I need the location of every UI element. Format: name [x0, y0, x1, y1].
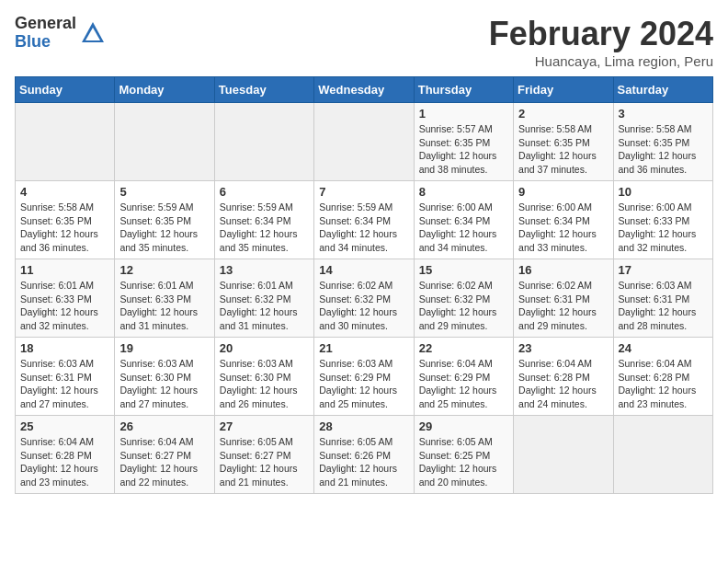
calendar-cell: 24Sunrise: 6:04 AMSunset: 6:28 PMDayligh… — [613, 338, 712, 416]
location: Huancaya, Lima region, Peru — [489, 53, 713, 69]
calendar-cell: 23Sunrise: 6:04 AMSunset: 6:28 PMDayligh… — [514, 338, 613, 416]
calendar-cell: 17Sunrise: 6:03 AMSunset: 6:31 PMDayligh… — [613, 259, 712, 338]
day-number: 14 — [319, 263, 408, 277]
day-number: 17 — [619, 263, 708, 277]
weekday-header-saturday: Saturday — [613, 77, 712, 103]
month-year: February 2024 — [489, 15, 713, 53]
calendar-cell — [115, 103, 214, 181]
day-info: Sunrise: 5:59 AMSunset: 6:34 PMDaylight:… — [319, 201, 408, 255]
day-number: 16 — [518, 263, 608, 277]
calendar-cell: 4Sunrise: 5:58 AMSunset: 6:35 PMDaylight… — [16, 181, 115, 259]
weekday-header-wednesday: Wednesday — [314, 77, 414, 103]
day-info: Sunrise: 6:05 AMSunset: 6:25 PMDaylight:… — [419, 435, 508, 489]
day-number: 5 — [119, 185, 209, 199]
calendar-cell: 26Sunrise: 6:04 AMSunset: 6:27 PMDayligh… — [115, 416, 214, 494]
day-number: 2 — [518, 107, 608, 121]
day-info: Sunrise: 6:02 AMSunset: 6:32 PMDaylight:… — [319, 279, 408, 333]
day-number: 25 — [20, 419, 109, 433]
calendar-cell: 8Sunrise: 6:00 AMSunset: 6:34 PMDaylight… — [414, 181, 513, 259]
calendar-cell: 21Sunrise: 6:03 AMSunset: 6:29 PMDayligh… — [314, 338, 414, 416]
day-info: Sunrise: 6:03 AMSunset: 6:29 PMDaylight:… — [319, 357, 408, 411]
calendar-cell: 5Sunrise: 5:59 AMSunset: 6:35 PMDaylight… — [115, 181, 214, 259]
day-info: Sunrise: 5:58 AMSunset: 6:35 PMDaylight:… — [20, 201, 109, 255]
day-info: Sunrise: 6:04 AMSunset: 6:29 PMDaylight:… — [419, 357, 508, 411]
day-number: 13 — [220, 263, 309, 277]
weekday-header-monday: Monday — [115, 77, 214, 103]
page-header: General Blue February 2024 Huancaya, Lim… — [15, 15, 713, 69]
day-info: Sunrise: 6:00 AMSunset: 6:34 PMDaylight:… — [518, 201, 608, 255]
calendar-cell — [514, 416, 613, 494]
calendar-cell — [314, 103, 414, 181]
calendar-cell: 13Sunrise: 6:01 AMSunset: 6:32 PMDayligh… — [214, 259, 313, 338]
day-number: 9 — [518, 185, 608, 199]
day-number: 10 — [619, 185, 708, 199]
weekday-header-thursday: Thursday — [414, 77, 513, 103]
day-info: Sunrise: 6:03 AMSunset: 6:31 PMDaylight:… — [20, 357, 109, 411]
day-number: 27 — [220, 419, 309, 433]
calendar-cell: 16Sunrise: 6:02 AMSunset: 6:31 PMDayligh… — [514, 259, 613, 338]
day-info: Sunrise: 6:04 AMSunset: 6:28 PMDaylight:… — [518, 357, 608, 411]
day-info: Sunrise: 5:58 AMSunset: 6:35 PMDaylight:… — [619, 122, 708, 177]
calendar-cell: 27Sunrise: 6:05 AMSunset: 6:27 PMDayligh… — [214, 416, 313, 494]
calendar-cell: 7Sunrise: 5:59 AMSunset: 6:34 PMDaylight… — [314, 181, 414, 259]
calendar-body: 1Sunrise: 5:57 AMSunset: 6:35 PMDaylight… — [16, 103, 713, 494]
day-number: 28 — [319, 419, 408, 433]
calendar-cell: 22Sunrise: 6:04 AMSunset: 6:29 PMDayligh… — [414, 338, 513, 416]
day-info: Sunrise: 6:02 AMSunset: 6:32 PMDaylight:… — [419, 279, 508, 333]
day-info: Sunrise: 6:00 AMSunset: 6:33 PMDaylight:… — [619, 201, 708, 255]
day-number: 8 — [419, 185, 508, 199]
day-info: Sunrise: 5:57 AMSunset: 6:35 PMDaylight:… — [419, 122, 508, 177]
calendar-cell — [16, 103, 115, 181]
day-number: 23 — [518, 341, 608, 355]
day-info: Sunrise: 6:03 AMSunset: 6:30 PMDaylight:… — [119, 357, 209, 411]
calendar-cell: 3Sunrise: 5:58 AMSunset: 6:35 PMDaylight… — [613, 103, 712, 181]
day-number: 26 — [119, 419, 209, 433]
weekday-header-tuesday: Tuesday — [214, 77, 313, 103]
day-info: Sunrise: 6:01 AMSunset: 6:33 PMDaylight:… — [119, 279, 209, 333]
logo-icon — [80, 20, 106, 46]
day-info: Sunrise: 6:01 AMSunset: 6:32 PMDaylight:… — [220, 279, 309, 333]
day-info: Sunrise: 5:59 AMSunset: 6:35 PMDaylight:… — [119, 201, 209, 255]
day-info: Sunrise: 6:01 AMSunset: 6:33 PMDaylight:… — [20, 279, 109, 333]
day-info: Sunrise: 6:03 AMSunset: 6:30 PMDaylight:… — [220, 357, 309, 411]
calendar-week-row: 11Sunrise: 6:01 AMSunset: 6:33 PMDayligh… — [16, 259, 713, 338]
calendar-cell: 19Sunrise: 6:03 AMSunset: 6:30 PMDayligh… — [115, 338, 214, 416]
calendar-week-row: 25Sunrise: 6:04 AMSunset: 6:28 PMDayligh… — [16, 416, 713, 494]
day-number: 19 — [119, 341, 209, 355]
title-block: February 2024 Huancaya, Lima region, Per… — [489, 15, 713, 69]
day-info: Sunrise: 6:03 AMSunset: 6:31 PMDaylight:… — [619, 279, 708, 333]
calendar-cell: 25Sunrise: 6:04 AMSunset: 6:28 PMDayligh… — [16, 416, 115, 494]
calendar-week-row: 18Sunrise: 6:03 AMSunset: 6:31 PMDayligh… — [16, 338, 713, 416]
day-info: Sunrise: 6:04 AMSunset: 6:28 PMDaylight:… — [20, 435, 109, 489]
day-number: 29 — [419, 419, 508, 433]
day-number: 24 — [619, 341, 708, 355]
day-info: Sunrise: 6:04 AMSunset: 6:28 PMDaylight:… — [619, 357, 708, 411]
day-number: 15 — [419, 263, 508, 277]
day-number: 21 — [319, 341, 408, 355]
day-number: 20 — [220, 341, 309, 355]
calendar-header: SundayMondayTuesdayWednesdayThursdayFrid… — [16, 77, 713, 103]
logo: General Blue — [15, 15, 106, 52]
calendar-cell: 9Sunrise: 6:00 AMSunset: 6:34 PMDaylight… — [514, 181, 613, 259]
weekday-header-row: SundayMondayTuesdayWednesdayThursdayFrid… — [16, 77, 713, 103]
calendar-cell: 1Sunrise: 5:57 AMSunset: 6:35 PMDaylight… — [414, 103, 513, 181]
day-info: Sunrise: 6:02 AMSunset: 6:31 PMDaylight:… — [518, 279, 608, 333]
weekday-header-sunday: Sunday — [16, 77, 115, 103]
day-info: Sunrise: 6:05 AMSunset: 6:27 PMDaylight:… — [220, 435, 309, 489]
calendar-cell — [214, 103, 313, 181]
calendar-cell: 11Sunrise: 6:01 AMSunset: 6:33 PMDayligh… — [16, 259, 115, 338]
calendar-cell — [613, 416, 712, 494]
calendar-cell: 15Sunrise: 6:02 AMSunset: 6:32 PMDayligh… — [414, 259, 513, 338]
day-info: Sunrise: 6:04 AMSunset: 6:27 PMDaylight:… — [119, 435, 209, 489]
day-number: 22 — [419, 341, 508, 355]
day-number: 7 — [319, 185, 408, 199]
day-number: 4 — [20, 185, 109, 199]
weekday-header-friday: Friday — [514, 77, 613, 103]
day-info: Sunrise: 6:00 AMSunset: 6:34 PMDaylight:… — [419, 201, 508, 255]
calendar-cell: 29Sunrise: 6:05 AMSunset: 6:25 PMDayligh… — [414, 416, 513, 494]
calendar-table: SundayMondayTuesdayWednesdayThursdayFrid… — [15, 76, 713, 494]
calendar-week-row: 4Sunrise: 5:58 AMSunset: 6:35 PMDaylight… — [16, 181, 713, 259]
calendar-cell: 12Sunrise: 6:01 AMSunset: 6:33 PMDayligh… — [115, 259, 214, 338]
day-number: 18 — [20, 341, 109, 355]
logo-blue: Blue — [15, 33, 76, 52]
